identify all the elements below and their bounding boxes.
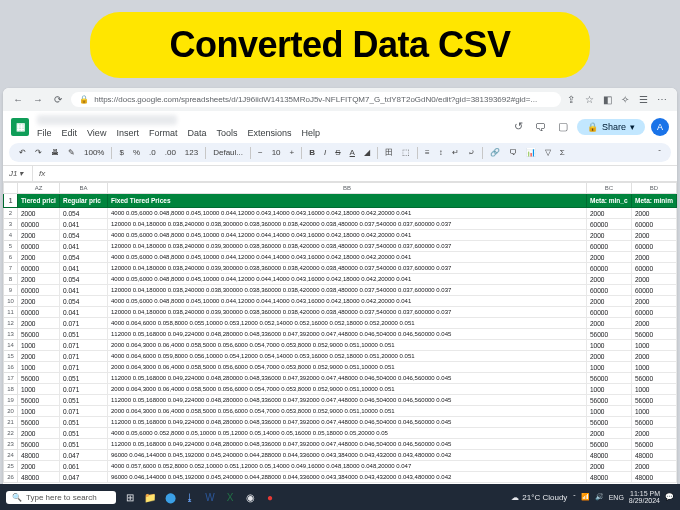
cell[interactable]: 56000 xyxy=(632,329,677,340)
cell[interactable]: 48000 xyxy=(632,472,677,483)
cell[interactable]: 2000 xyxy=(18,274,60,285)
cell[interactable]: 2000 xyxy=(18,318,60,329)
menu-help[interactable]: Help xyxy=(301,128,320,138)
edge-icon[interactable]: ⬤ xyxy=(162,489,178,505)
cell[interactable]: 0.041 xyxy=(60,307,108,318)
spreadsheet-grid[interactable]: AZBABBBCBD 1Tiered priciRegular pricFixe… xyxy=(3,182,677,490)
cell[interactable]: 120000 0.04,180000 0.038,240000 0.039,30… xyxy=(108,307,587,318)
cell[interactable]: 48000 xyxy=(632,450,677,461)
cell[interactable]: 1000 xyxy=(632,406,677,417)
cell[interactable]: 60000 xyxy=(587,263,632,274)
cell[interactable]: 2000 xyxy=(18,252,60,263)
cell[interactable]: 2000 0.064,3000 0.06,4000 0.058,5000 0.0… xyxy=(108,384,587,395)
cell[interactable]: 0.061 xyxy=(60,461,108,472)
column-header[interactable]: BD xyxy=(632,183,677,194)
rotate-icon[interactable]: ⤾ xyxy=(466,147,477,158)
sheets-logo-icon[interactable]: ▦ xyxy=(11,118,29,136)
excel-icon[interactable]: X xyxy=(222,489,238,505)
cell[interactable]: 4000 0.05,6000 0.048,8000 0.045,10000 0.… xyxy=(108,208,587,219)
chrome-icon[interactable]: ◉ xyxy=(242,489,258,505)
cell[interactable]: 2000 xyxy=(18,351,60,362)
paint-icon[interactable]: ✎ xyxy=(66,147,77,158)
cell[interactable]: 0.051 xyxy=(60,417,108,428)
cell[interactable]: 60000 xyxy=(587,307,632,318)
cell[interactable]: 60000 xyxy=(18,285,60,296)
cell-reference[interactable]: J1▾ xyxy=(3,166,33,181)
fillcolor-icon[interactable]: ◢ xyxy=(362,147,372,158)
tray-chevron-icon[interactable]: ˆ xyxy=(573,494,575,501)
collapse-icon[interactable]: ˆ xyxy=(656,147,663,158)
cell[interactable]: 2000 xyxy=(18,461,60,472)
cell[interactable]: 4000 0.064,6000 0.059,8000 0.056,10000 0… xyxy=(108,351,587,362)
cell[interactable]: 60000 xyxy=(587,285,632,296)
cell[interactable]: 120000 0.04,180000 0.038,240000 0.038,30… xyxy=(108,285,587,296)
cell[interactable]: 112000 0.05,168000 0.049,224000 0.048,28… xyxy=(108,373,587,384)
volume-icon[interactable]: 🔊 xyxy=(595,493,604,501)
cell[interactable]: 1000 xyxy=(587,362,632,373)
decimal-inc-icon[interactable]: .00 xyxy=(163,147,178,158)
cell[interactable]: 60000 xyxy=(632,219,677,230)
menu-data[interactable]: Data xyxy=(187,128,206,138)
taskbar-search[interactable]: 🔍 Type here to search xyxy=(6,491,116,504)
cell[interactable]: 1000 xyxy=(18,406,60,417)
table-header-cell[interactable]: Regular pric xyxy=(60,194,108,208)
row-number[interactable]: 7 xyxy=(4,263,18,274)
borders-icon[interactable]: 田 xyxy=(383,146,395,159)
undo-icon[interactable]: ↶ xyxy=(17,147,28,158)
menu-tools[interactable]: Tools xyxy=(216,128,237,138)
cell[interactable]: 0.041 xyxy=(60,241,108,252)
table-header-cell[interactable]: Meta: minim xyxy=(632,194,677,208)
cell[interactable]: 1000 xyxy=(587,340,632,351)
cell[interactable]: 2000 xyxy=(632,230,677,241)
cell[interactable]: 2000 xyxy=(587,461,632,472)
cell[interactable]: 1000 xyxy=(632,362,677,373)
cell[interactable]: 1000 xyxy=(18,384,60,395)
row-number[interactable]: 18 xyxy=(4,384,18,395)
cell[interactable]: 56000 xyxy=(18,329,60,340)
cell[interactable]: 0.051 xyxy=(60,439,108,450)
cell[interactable]: 4000 0.05,6000 0.048,8000 0.045,10000 0.… xyxy=(108,296,587,307)
cell[interactable]: 2000 xyxy=(632,351,677,362)
wifi-icon[interactable]: 📶 xyxy=(581,493,590,501)
functions-icon[interactable]: Σ xyxy=(558,147,567,158)
cell[interactable]: 2000 xyxy=(632,461,677,472)
cell[interactable]: 2000 xyxy=(587,296,632,307)
column-header[interactable]: AZ xyxy=(18,183,60,194)
cell[interactable]: 2000 xyxy=(587,230,632,241)
valign-icon[interactable]: ↕ xyxy=(437,147,445,158)
cell[interactable]: 2000 xyxy=(587,208,632,219)
cell[interactable]: 2000 xyxy=(587,428,632,439)
cell[interactable]: 60000 xyxy=(632,241,677,252)
cell[interactable]: 56000 xyxy=(632,439,677,450)
cell[interactable]: 48000 xyxy=(18,472,60,483)
row-number[interactable]: 6 xyxy=(4,252,18,263)
notifications-icon[interactable]: 💬 xyxy=(665,493,674,501)
fontsize-input[interactable]: 10 xyxy=(270,147,283,158)
split-icon[interactable]: ◧ xyxy=(603,94,615,105)
cell[interactable]: 56000 xyxy=(18,373,60,384)
row-number[interactable]: 20 xyxy=(4,406,18,417)
language-indicator[interactable]: ENG xyxy=(609,494,624,501)
cell[interactable]: 56000 xyxy=(18,417,60,428)
cell[interactable]: 2000 xyxy=(632,428,677,439)
cell[interactable]: 60000 xyxy=(18,307,60,318)
menu-format[interactable]: Format xyxy=(149,128,178,138)
extensions-icon[interactable]: ✧ xyxy=(621,94,633,105)
row-number[interactable]: 5 xyxy=(4,241,18,252)
back-icon[interactable]: ← xyxy=(11,93,25,107)
cell[interactable]: 0.051 xyxy=(60,395,108,406)
cell[interactable]: 48000 xyxy=(587,450,632,461)
cell[interactable]: 0.071 xyxy=(60,384,108,395)
cell[interactable]: 0.041 xyxy=(60,263,108,274)
cell[interactable]: 120000 0.04,180000 0.038,240000 0.039,30… xyxy=(108,263,587,274)
cell[interactable]: 2000 xyxy=(632,208,677,219)
currency-icon[interactable]: $ xyxy=(117,147,125,158)
forward-icon[interactable]: → xyxy=(31,93,45,107)
cell[interactable]: 48000 xyxy=(587,472,632,483)
row-number[interactable]: 2 xyxy=(4,208,18,219)
cell[interactable]: 60000 xyxy=(587,241,632,252)
cell[interactable]: 4000 0.05,6000 0.052,8000 0.05,10000 0.0… xyxy=(108,428,587,439)
cell[interactable]: 56000 xyxy=(587,439,632,450)
cell[interactable]: 2000 xyxy=(18,208,60,219)
bold-icon[interactable]: B xyxy=(307,147,317,158)
